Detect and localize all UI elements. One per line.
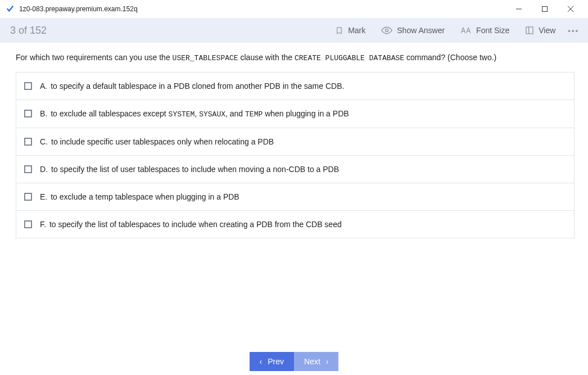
chevron-left-icon: ‹ bbox=[260, 357, 263, 366]
prev-label: Prev bbox=[268, 357, 284, 366]
next-button[interactable]: Next › bbox=[294, 352, 338, 371]
option-e[interactable]: E. to exclude a temp tablespace when plu… bbox=[16, 183, 574, 210]
question-pre: For which two requirements can you use t… bbox=[16, 53, 173, 62]
nav-buttons: ‹ Prev Next › bbox=[250, 352, 339, 371]
option-letter: D. bbox=[40, 165, 48, 174]
font-size-icon bbox=[460, 26, 472, 34]
checkbox-icon bbox=[24, 82, 32, 90]
checkbox-icon bbox=[24, 193, 32, 201]
chevron-right-icon: › bbox=[326, 357, 329, 366]
option-letter: E. bbox=[40, 192, 47, 201]
question-code-1: USER_TABLESPACE bbox=[173, 54, 238, 62]
next-label: Next bbox=[304, 357, 320, 366]
option-text: to specify the list of user tablespaces … bbox=[51, 165, 339, 174]
font-size-label: Font Size bbox=[476, 26, 509, 35]
option-text: to specify a default tablespace in a PDB… bbox=[51, 82, 344, 91]
show-answer-label: Show Answer bbox=[397, 26, 445, 35]
options-list: A. to specify a default tablespace in a … bbox=[16, 72, 575, 238]
more-button[interactable]: ••• bbox=[568, 26, 579, 35]
option-letter: A. bbox=[40, 82, 47, 91]
content-area: For which two requirements can you use t… bbox=[0, 43, 588, 348]
window-controls bbox=[506, 0, 584, 18]
window-title: 1z0-083.prepaway.premium.exam.152q bbox=[19, 5, 506, 13]
prev-button[interactable]: ‹ Prev bbox=[250, 352, 294, 371]
svg-rect-5 bbox=[526, 27, 533, 34]
option-letter: F. bbox=[40, 220, 46, 229]
titlebar: 1z0-083.prepaway.premium.exam.152q bbox=[0, 0, 588, 18]
svg-rect-1 bbox=[542, 7, 548, 12]
view-button[interactable]: View bbox=[525, 26, 555, 35]
checkbox-icon bbox=[24, 220, 32, 228]
option-a[interactable]: A. to specify a default tablespace in a … bbox=[16, 73, 574, 100]
option-text: to specify the list of tablespaces to in… bbox=[49, 220, 342, 229]
minimize-button[interactable] bbox=[506, 0, 532, 18]
option-d[interactable]: D. to specify the list of user tablespac… bbox=[16, 155, 574, 183]
mark-button[interactable]: Mark bbox=[335, 26, 365, 35]
bookmark-icon bbox=[335, 26, 343, 35]
view-icon bbox=[525, 26, 534, 35]
close-button[interactable] bbox=[558, 0, 584, 18]
eye-icon bbox=[381, 26, 392, 34]
option-text: to exclude a temp tablespace when pluggi… bbox=[51, 192, 239, 201]
font-size-button[interactable]: Font Size bbox=[460, 26, 509, 35]
option-b[interactable]: B. to exclude all tablespaces except SYS… bbox=[16, 100, 574, 128]
option-f[interactable]: F. to specify the list of tablespaces to… bbox=[16, 210, 574, 238]
question-mid: clause with the bbox=[238, 53, 295, 62]
view-label: View bbox=[539, 26, 555, 35]
option-c[interactable]: C. to include specific user tablespaces … bbox=[16, 128, 574, 155]
svg-point-4 bbox=[386, 29, 388, 32]
question-text: For which two requirements can you use t… bbox=[16, 52, 575, 64]
question-counter: 3 of 152 bbox=[10, 25, 319, 37]
mark-label: Mark bbox=[348, 26, 365, 35]
show-answer-button[interactable]: Show Answer bbox=[381, 26, 445, 35]
option-text: to exclude all tablespaces except SYSTEM… bbox=[51, 109, 349, 119]
option-letter: B. bbox=[40, 109, 47, 118]
question-post: command? (Choose two.) bbox=[404, 53, 496, 62]
maximize-button[interactable] bbox=[532, 0, 558, 18]
bottom-nav: ‹ Prev Next › bbox=[0, 348, 588, 375]
checkbox-icon bbox=[24, 138, 32, 146]
checkbox-icon bbox=[24, 165, 32, 173]
toolbar: 3 of 152 Mark Show Answer Font Size View… bbox=[0, 18, 588, 43]
checkbox-icon bbox=[24, 110, 32, 118]
app-icon bbox=[6, 4, 15, 13]
option-text: to include specific user tablespaces onl… bbox=[51, 137, 274, 146]
question-code-2: CREATE PLUGGABLE DATABASE bbox=[295, 54, 404, 62]
option-letter: C. bbox=[40, 137, 48, 146]
